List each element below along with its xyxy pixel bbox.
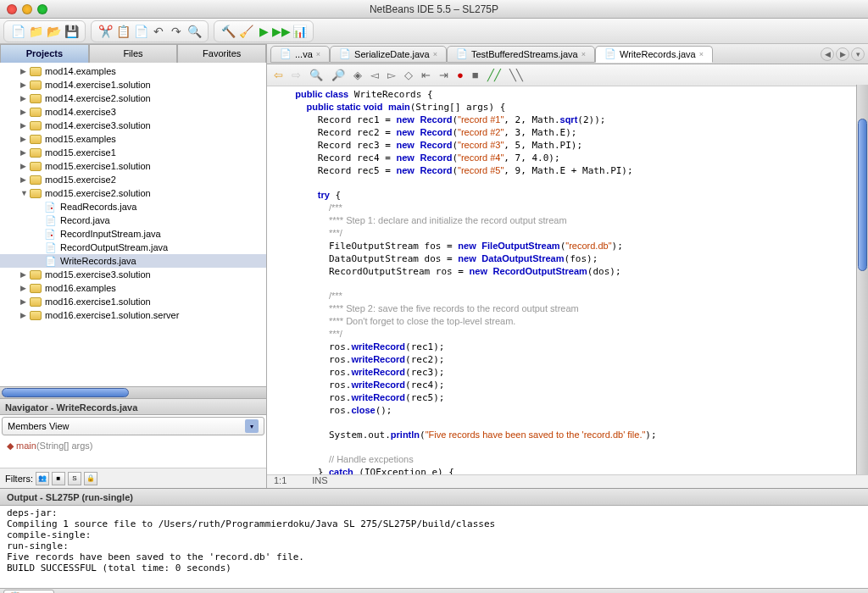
open-icon[interactable]: 📂 [45,23,62,40]
nav-back-icon[interactable]: ⇦ [274,69,283,81]
filter-inherited-icon[interactable]: 👥 [36,472,49,485]
package-node[interactable]: ▶mod15.exercise2 [0,173,266,186]
main-toolbar: 📄 📁 📂 💾 ✂️ 📋 📄 ↶ ↷ 🔍 🔨 🧹 ▶ ▶▶ 📊 [0,19,868,44]
uncomment-icon[interactable]: ╲╲ [509,69,523,81]
paste-icon[interactable]: 📄 [132,23,149,40]
tab-back-icon[interactable]: ◀ [821,47,834,61]
project-tree[interactable]: ▶mod14.examples▶mod14.exercise1.solution… [0,63,266,386]
dropdown-icon: ▾ [245,419,259,433]
profile-icon[interactable]: 📊 [291,23,308,40]
package-node[interactable]: ▶mod15.examples [0,132,266,146]
toggle-bookmark-icon[interactable]: ◇ [404,69,413,81]
todo-button[interactable]: 📋 To Do [3,590,54,593]
insert-mode: INS [312,475,327,488]
tab-forward-icon[interactable]: ▶ [836,47,849,61]
package-node[interactable]: ▶mod14.exercise1.solution [0,78,266,91]
package-node[interactable]: ▶mod15.exercise1.solution [0,159,266,173]
shift-left-icon[interactable]: ⇤ [421,69,431,81]
package-node[interactable]: ▶mod16.exercise1.solution.server [0,308,266,322]
java-file-node[interactable]: 📄Record.java [0,213,266,227]
close-tab-icon[interactable]: × [316,50,320,58]
filter-static-icon[interactable]: S [68,472,81,485]
window-title: NetBeans IDE 5.5 – SL275P [0,3,868,15]
java-file-node[interactable]: 📄WriteRecords.java [0,254,266,268]
package-node[interactable]: ▶mod14.examples [0,64,266,78]
undo-icon[interactable]: ↶ [150,23,167,40]
output-body[interactable]: deps-jar: Compiling 1 source file to /Us… [0,506,868,588]
redo-icon[interactable]: ↷ [168,23,185,40]
package-node[interactable]: ▶mod14.exercise2.solution [0,91,266,105]
tab-projects[interactable]: Projects [0,44,89,63]
java-file-node[interactable]: 📄▪RecordInputStream.java [0,227,266,241]
navigator-view-select[interactable]: Members View ▾ [2,417,264,435]
output-panel: Output - SL275P (run-single) deps-jar: C… [0,488,868,588]
cursor-position: 1:1 [274,475,287,488]
editor-scrollbar[interactable] [856,85,868,474]
package-node[interactable]: ▶mod15.exercise1 [0,146,266,159]
copy-icon[interactable]: 📋 [114,23,131,40]
editor-tab[interactable]: 📄SerializeDate.java× [330,46,447,63]
editor-tab[interactable]: 📄...va× [270,46,330,63]
tab-favorites[interactable]: Favorites [177,44,266,63]
navigator-view-label: Members View [8,421,70,431]
close-tab-icon[interactable]: × [433,50,437,58]
clean-build-icon[interactable]: 🧹 [237,23,254,40]
close-tab-icon[interactable]: × [699,50,704,58]
navigator-title: Navigator - WriteRecords.java [0,398,266,415]
find-prev-icon[interactable]: 🔍 [309,69,323,81]
package-node[interactable]: ▶mod16.examples [0,281,266,295]
filter-fields-icon[interactable]: ■ [52,472,65,485]
debug-icon[interactable]: ▶▶ [273,23,290,40]
macro-start-icon[interactable]: ● [457,69,464,81]
filters-label: Filters: [5,474,33,484]
package-node[interactable]: ▶mod16.exercise1.solution [0,295,266,308]
editor-tabs: 📄...va×📄SerializeDate.java×📄TestBuffered… [267,44,868,64]
nav-forward-icon[interactable]: ⇨ [292,69,301,81]
close-tab-icon[interactable]: × [581,50,586,58]
package-node[interactable]: ▶mod14.exercise3.solution [0,119,266,132]
run-icon[interactable]: ▶ [255,23,272,40]
package-node[interactable]: ▶mod15.exercise3.solution [0,268,266,281]
package-node[interactable]: ▶mod14.exercise3 [0,105,266,119]
navigator-members[interactable]: ◆ main(String[] args) [0,437,266,468]
cut-icon[interactable]: ✂️ [97,23,114,40]
comment-icon[interactable]: ╱╱ [487,69,501,81]
new-project-icon[interactable]: 📁 [27,23,44,40]
tab-files[interactable]: Files [89,44,178,63]
prev-bookmark-icon[interactable]: ◅ [370,69,379,81]
save-all-icon[interactable]: 💾 [63,23,80,40]
find-next-icon[interactable]: 🔎 [331,69,345,81]
tree-scrollbar[interactable] [0,386,266,398]
filter-nonpublic-icon[interactable]: 🔒 [84,472,97,485]
next-bookmark-icon[interactable]: ▻ [387,69,396,81]
editor-status-bar: 1:1 INS [267,474,868,488]
editor-tab[interactable]: 📄TestBufferedStreams.java× [447,46,595,63]
titlebar: NetBeans IDE 5.5 – SL275P [0,0,868,19]
editor-tab[interactable]: 📄WriteRecords.java× [595,46,713,63]
output-title: Output - SL275P (run-single) [0,489,868,506]
navigator-filters: Filters: 👥 ■ S 🔒 [0,468,266,488]
sidebar-tabs: Projects Files Favorites [0,44,266,63]
editor-toolbar: ⇦ ⇨ 🔍 🔎 ◈ ◅ ▻ ◇ ⇤ ⇥ ● ■ ╱╱ ╲╲ [267,64,868,86]
java-file-node[interactable]: 📄RecordOutputStream.java [0,241,266,254]
java-file-node[interactable]: 📄▪ReadRecords.java [0,200,266,213]
shift-right-icon[interactable]: ⇥ [439,69,448,81]
new-file-icon[interactable]: 📄 [9,23,26,40]
toggle-highlight-icon[interactable]: ◈ [353,69,362,81]
macro-stop-icon[interactable]: ■ [472,69,479,81]
code-editor[interactable]: public class WriteRecords { public stati… [267,86,868,474]
tab-list-icon[interactable]: ▾ [851,47,865,61]
build-icon[interactable]: 🔨 [220,23,236,40]
bottom-bar: 📋 To Do [0,588,868,593]
package-node[interactable]: ▼mod15.exercise2.solution [0,186,266,200]
search-icon[interactable]: 🔍 [186,23,203,40]
